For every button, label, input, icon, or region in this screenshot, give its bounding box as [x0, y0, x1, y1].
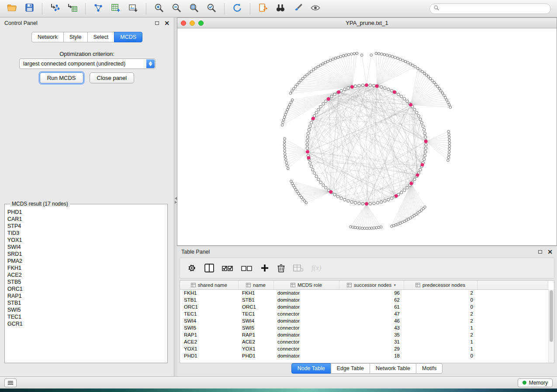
column-header-mcds-role[interactable]: MCDS role: [273, 281, 339, 289]
add-column-button[interactable]: [260, 262, 269, 274]
column-header-name[interactable]: name: [238, 281, 273, 289]
show-columns-button[interactable]: [204, 262, 214, 274]
table-settings-button[interactable]: [187, 262, 197, 274]
share-network-button[interactable]: [256, 2, 270, 15]
tab-network-table[interactable]: Network Table: [370, 363, 416, 374]
close-panel-button[interactable]: Close panel: [90, 72, 135, 83]
refresh-view-button[interactable]: [230, 2, 245, 15]
mcds-result-item[interactable]: ACE2: [7, 272, 165, 279]
export-image-button[interactable]: [126, 2, 141, 15]
cell-predecessors[interactable]: 0: [404, 352, 477, 359]
cell-predecessors[interactable]: 2: [404, 317, 477, 324]
delete-table-button[interactable]: [293, 262, 304, 274]
cell-name[interactable]: STB1: [238, 296, 273, 303]
table-row[interactable]: TEC1TEC1connector472: [180, 310, 548, 317]
cell-successors[interactable]: 31: [339, 338, 404, 345]
mcds-result-item[interactable]: ORC1: [7, 285, 165, 292]
tab-network[interactable]: Network: [31, 32, 64, 42]
table-row[interactable]: ACE2ACE2connector311: [180, 338, 548, 345]
mcds-result-item[interactable]: STB5: [7, 279, 165, 285]
cell-predecessors[interactable]: 1: [404, 345, 477, 352]
function-builder-button[interactable]: f(x): [311, 262, 321, 274]
cell-name[interactable]: ACE2: [238, 338, 273, 345]
cell-role[interactable]: dominator: [273, 331, 339, 338]
visibility-button[interactable]: [308, 2, 323, 15]
cell-role[interactable]: connector: [273, 345, 339, 352]
criterion-select[interactable]: largest connected component (undirected): [19, 58, 156, 69]
cell-shared-name[interactable]: PHD1: [180, 352, 238, 359]
cell-role[interactable]: dominator: [273, 289, 339, 296]
tab-motifs[interactable]: Motifs: [416, 363, 443, 374]
cell-role[interactable]: connector: [273, 310, 339, 317]
network-canvas[interactable]: [177, 28, 557, 245]
search-box[interactable]: [429, 3, 551, 14]
mcds-result-item[interactable]: TEC1: [7, 313, 165, 320]
cell-shared-name[interactable]: YOX1: [180, 345, 238, 352]
cell-predecessors[interactable]: 1: [404, 324, 477, 331]
search-input[interactable]: [442, 6, 547, 12]
zoom-selected-button[interactable]: [204, 2, 219, 15]
tab-edge-table[interactable]: Edge Table: [331, 363, 370, 374]
select-all-button[interactable]: [222, 262, 233, 274]
cell-shared-name[interactable]: SWI5: [180, 324, 238, 331]
mcds-result-item[interactable]: PMA2: [7, 258, 165, 265]
cell-successors[interactable]: 47: [339, 310, 404, 317]
cell-predecessors[interactable]: 0: [404, 296, 477, 303]
cell-successors[interactable]: 61: [339, 303, 404, 310]
table-row[interactable]: PHD1PHD1dominator180: [180, 352, 548, 359]
table-row[interactable]: YOX1YOX1connector291: [180, 345, 548, 352]
cell-role[interactable]: dominator: [273, 352, 339, 359]
table-row[interactable]: ORC1ORC1dominator610: [180, 303, 548, 310]
tab-select[interactable]: Select: [87, 32, 115, 42]
mcds-result-item[interactable]: SWI4: [7, 244, 165, 251]
table-row[interactable]: STB1STB1dominator620: [180, 296, 548, 303]
cell-name[interactable]: PHD1: [238, 352, 273, 359]
cell-name[interactable]: SWI5: [238, 324, 273, 331]
find-button[interactable]: [273, 2, 288, 15]
table-row[interactable]: SWI5SWI5connector431: [180, 324, 548, 331]
mcds-result-item[interactable]: STB1: [7, 299, 165, 306]
cell-successors[interactable]: 35: [339, 331, 404, 338]
mcds-result-item[interactable]: SWI5: [7, 306, 165, 313]
network-graph[interactable]: [177, 28, 557, 245]
mcds-result-item[interactable]: PHD1: [7, 209, 165, 216]
mcds-result-item[interactable]: YOX1: [7, 237, 165, 244]
mcds-result-item[interactable]: FKH1: [7, 265, 165, 272]
close-panel-icon[interactable]: ✕: [164, 20, 170, 26]
float-table-panel-icon[interactable]: [538, 250, 542, 254]
cell-name[interactable]: TEC1: [238, 310, 273, 317]
cell-predecessors[interactable]: 2: [404, 289, 477, 296]
table-row[interactable]: RAP1RAP1dominator352: [180, 331, 548, 338]
cell-shared-name[interactable]: FKH1: [180, 289, 238, 296]
cell-shared-name[interactable]: ACE2: [180, 338, 238, 345]
mcds-result-item[interactable]: SRD1: [7, 251, 165, 258]
import-network-button[interactable]: [48, 2, 62, 15]
memory-button[interactable]: Memory: [518, 378, 553, 387]
cell-role[interactable]: dominator: [273, 296, 339, 303]
cell-name[interactable]: FKH1: [238, 289, 273, 296]
cell-name[interactable]: SWI4: [238, 317, 273, 324]
cell-successors[interactable]: 43: [339, 324, 404, 331]
import-table-button[interactable]: [65, 2, 80, 15]
cell-predecessors[interactable]: 1: [404, 338, 477, 345]
cell-successors[interactable]: 62: [339, 296, 404, 303]
cell-shared-name[interactable]: TEC1: [180, 310, 238, 317]
cell-shared-name[interactable]: RAP1: [180, 331, 238, 338]
column-header-shared-name[interactable]: shared name: [180, 281, 238, 289]
tab-mcds[interactable]: MCDS: [114, 32, 142, 42]
table-row[interactable]: FKH1FKH1dominator962: [180, 289, 548, 296]
cell-shared-name[interactable]: ORC1: [180, 303, 238, 310]
cell-successors[interactable]: 29: [339, 345, 404, 352]
mcds-result-list[interactable]: PHD1CAR1STP4TID3YOX1SWI4SRD1PMA2FKH1ACE2…: [7, 209, 165, 327]
column-header-predecessor-nodes[interactable]: predecessor nodes: [404, 281, 477, 289]
float-panel-icon[interactable]: [155, 21, 159, 25]
new-network-button[interactable]: [91, 2, 106, 15]
cell-successors[interactable]: 96: [339, 289, 404, 296]
mcds-result-item[interactable]: CAR1: [7, 216, 165, 223]
network-titlebar[interactable]: YPA_prune.txt_1: [177, 18, 557, 28]
open-session-button[interactable]: [4, 2, 19, 15]
mcds-result-item[interactable]: RAP1: [7, 292, 165, 299]
close-table-panel-icon[interactable]: ✕: [547, 249, 553, 255]
zoom-fit-button[interactable]: [187, 2, 201, 15]
cell-name[interactable]: ORC1: [238, 303, 273, 310]
